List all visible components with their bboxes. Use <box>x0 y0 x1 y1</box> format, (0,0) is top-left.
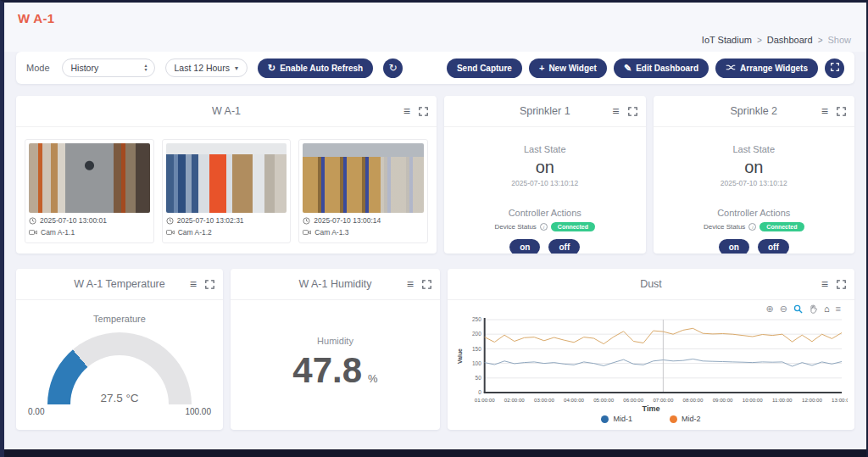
breadcrumb-iot-stadium[interactable]: IoT Stadium <box>702 35 752 45</box>
widget-menu-icon[interactable]: ≡ <box>403 105 410 117</box>
temperature-label: Temperature <box>16 314 223 324</box>
box-zoom-icon[interactable] <box>793 304 803 314</box>
dust-chart-svg[interactable]: 05010015020025001:00:0002:00:0003:00:000… <box>454 315 848 404</box>
camera-timestamp: 2025-07-10 13:00:01 <box>29 216 150 225</box>
camera-card-2[interactable]: 2025-07-10 13:02:31 Cam A-1.2 <box>162 139 292 243</box>
chevron-right-icon: > <box>757 36 762 45</box>
refresh-icon: ↻ <box>389 62 398 74</box>
video-camera-icon <box>303 229 311 236</box>
dust-widget-header: Dust ≡ <box>448 269 854 300</box>
zoom-out-icon[interactable]: ⊖ <box>780 304 787 314</box>
breadcrumb: IoT Stadium > Dashboard > Show <box>702 35 851 45</box>
humidity-widget-header: W A-1 Humidity ≡ <box>231 269 440 300</box>
camera-name: Cam A-1.2 <box>166 228 287 237</box>
temperature-widget: W A-1 Temperature ≡ Temperature 27.5 °C … <box>16 269 223 430</box>
device-status-label: Device Status <box>704 223 745 231</box>
sprinkler-2-on-button[interactable]: on <box>719 239 749 254</box>
mode-label: Mode <box>26 63 50 73</box>
pan-hand-icon[interactable] <box>809 304 818 314</box>
clock-icon <box>29 217 36 225</box>
camera-card-1[interactable]: 2025-07-10 13:00:01 Cam A-1.1 <box>25 139 154 243</box>
window-bottom-edge <box>4 449 866 457</box>
dust-widget-title: Dust <box>640 278 662 290</box>
legend-dot <box>670 415 677 423</box>
widget-expand-icon[interactable] <box>205 280 214 289</box>
widget-menu-icon[interactable]: ≡ <box>190 278 197 290</box>
widget-expand-icon[interactable] <box>628 107 637 116</box>
breadcrumb-dashboard[interactable]: Dashboard <box>767 35 813 45</box>
widgets-row-2: W A-1 Temperature ≡ Temperature 27.5 °C … <box>16 269 854 430</box>
sprinkler-1-title: Sprinkler 1 <box>520 105 570 117</box>
legend-item-mid-1[interactable]: Mid-1 <box>601 415 632 423</box>
expand-icon <box>831 62 839 74</box>
camera-image-3[interactable] <box>303 143 424 213</box>
select-arrows-icon: ▴▾ <box>145 64 147 72</box>
zoom-in-icon[interactable]: ⊕ <box>765 304 773 314</box>
refresh-button[interactable]: ↻ <box>383 59 403 78</box>
enable-auto-refresh-button[interactable]: ↻ Enable Auto Refresh <box>258 59 373 78</box>
humidity-widget-title: W A-1 Humidity <box>298 278 371 290</box>
mode-select[interactable]: History ▴▾ <box>62 59 155 77</box>
humidity-value: 47.8 <box>292 353 362 388</box>
send-capture-button[interactable]: Send Capture <box>447 59 522 78</box>
status-badge: Connected <box>551 222 595 231</box>
toolbar: Mode History ▴▾ Last 12 Hours ▾ ↻ Enable… <box>16 52 854 84</box>
arrange-widgets-button[interactable]: Arrange Widgets <box>715 59 818 78</box>
svg-text:50: 50 <box>476 375 482 381</box>
widget-menu-icon[interactable]: ≡ <box>407 278 414 290</box>
svg-text:06:00:00: 06:00:00 <box>623 397 643 403</box>
last-state-label: Last State <box>732 144 775 154</box>
time-range-value: Last 12 Hours <box>175 63 230 73</box>
info-icon: i <box>540 223 548 231</box>
svg-text:03:00:00: 03:00:00 <box>534 397 554 403</box>
video-camera-icon <box>166 229 175 236</box>
camera-image-1[interactable] <box>29 143 150 213</box>
plus-icon: + <box>539 64 544 73</box>
legend-item-mid-2[interactable]: Mid-2 <box>670 415 701 423</box>
chart-menu-icon[interactable]: ≡ <box>836 304 841 314</box>
svg-text:100: 100 <box>472 360 481 366</box>
chevron-right-icon: > <box>818 36 823 45</box>
svg-text:0: 0 <box>478 389 481 395</box>
widget-expand-icon[interactable] <box>837 107 846 116</box>
controller-actions-label: Controller Actions <box>717 208 790 218</box>
svg-text:04:00:00: 04:00:00 <box>564 397 584 403</box>
widget-expand-icon[interactable] <box>419 107 428 116</box>
time-range-select[interactable]: Last 12 Hours ▾ <box>165 59 248 77</box>
reset-home-icon[interactable]: ⌂ <box>824 304 830 314</box>
sprinkler-2-off-button[interactable]: off <box>758 239 789 254</box>
sprinkler-2-body: Last State on 2025-07-10 13:10:12 Contro… <box>654 127 855 254</box>
svg-text:07:00:00: 07:00:00 <box>653 397 673 403</box>
last-state-label: Last State <box>524 144 566 154</box>
fullscreen-button[interactable] <box>825 59 844 78</box>
sprinkler-1-on-button[interactable]: on <box>509 239 540 254</box>
camera-widget: W A-1 ≡ 2025-07-10 13:00:01 <box>16 96 437 254</box>
camera-image-2[interactable] <box>166 143 287 213</box>
legend-dot <box>601 415 609 423</box>
widget-expand-icon[interactable] <box>837 280 846 289</box>
new-widget-button[interactable]: + New Widget <box>529 59 607 78</box>
chart-x-axis-label: Time <box>454 404 848 413</box>
temperature-value: 27.5 °C <box>47 392 192 404</box>
last-state-value: on <box>536 158 554 177</box>
camera-card-3[interactable]: 2025-07-10 13:00:14 Cam A-1.3 <box>298 139 428 243</box>
edit-dashboard-button[interactable]: ✎ Edit Dashboard <box>614 59 709 78</box>
video-camera-icon <box>29 229 37 236</box>
svg-text:12:00:00: 12:00:00 <box>802 397 822 403</box>
camera-timestamp: 2025-07-10 13:02:31 <box>166 216 287 225</box>
sprinkler-1-off-button[interactable]: off <box>548 239 580 254</box>
sprinkler-1-body: Last State on 2025-07-10 13:10:12 Contro… <box>444 127 646 254</box>
caret-down-icon: ▾ <box>235 64 238 72</box>
camera-widget-header: W A-1 ≡ <box>16 96 437 127</box>
widget-menu-icon[interactable]: ≡ <box>821 105 828 117</box>
dust-widget: Dust ≡ ⊕ ⊖ ⌂ <box>448 269 854 430</box>
widget-expand-icon[interactable] <box>422 280 431 289</box>
widget-menu-icon[interactable]: ≡ <box>821 278 828 290</box>
info-icon: i <box>748 223 756 231</box>
widget-menu-icon[interactable]: ≡ <box>612 105 619 117</box>
last-state-value: on <box>744 158 763 177</box>
gauge-min-label: 0.00 <box>28 407 44 416</box>
camera-name: Cam A-1.3 <box>303 228 424 237</box>
sprinkler-2-title: Sprinkle 2 <box>730 105 777 117</box>
clock-icon <box>166 217 174 225</box>
